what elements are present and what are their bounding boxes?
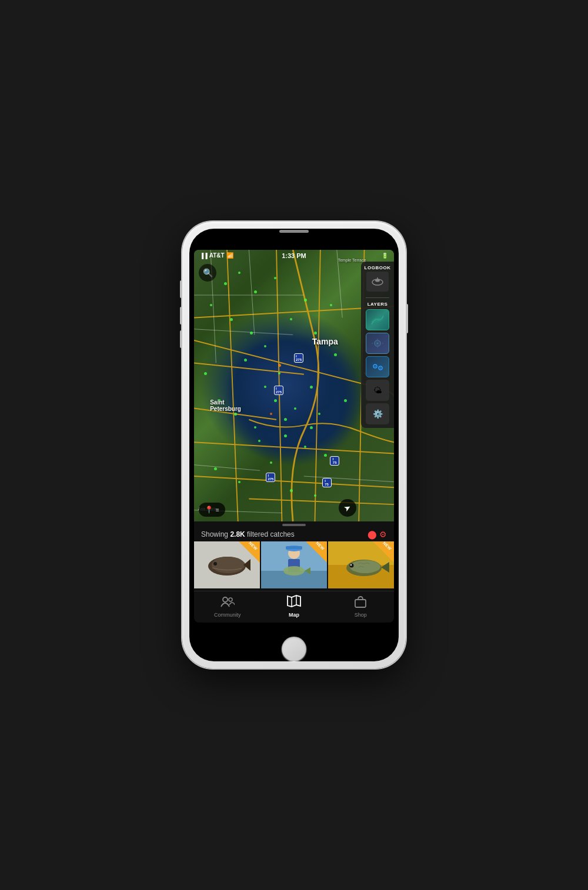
i275-shield-2: I275 (274, 386, 283, 395)
svg-point-45 (223, 597, 228, 602)
search-icon: 🔍 (203, 268, 213, 277)
svg-point-43 (350, 564, 354, 568)
filter-suffix: filtered catches (247, 530, 295, 538)
community-label: Community (214, 612, 241, 618)
panel-divider (366, 297, 389, 298)
map-icon (287, 595, 301, 611)
svg-point-44 (350, 564, 352, 566)
svg-point-42 (350, 560, 380, 573)
logbook-icon (366, 272, 389, 292)
status-time: 1:33 PM (282, 252, 306, 259)
app-screen: ▐▐ AT&T 📶 1:33 PM 🔋 (194, 250, 394, 623)
waypoints-layer-icon (366, 357, 389, 377)
phone-screen: ▐▐ AT&T 📶 1:33 PM 🔋 (189, 229, 399, 661)
filter-text: Showing 2.8K filtered catches (201, 530, 295, 538)
phone-speaker (279, 230, 309, 233)
settings-button[interactable]: ⚙️ (366, 403, 389, 424)
status-right: 🔋 (382, 253, 388, 259)
right-panel: LOGBOOK LAYERS (361, 262, 394, 428)
layer-weather-button[interactable] (366, 333, 389, 354)
layer-waypoints-button[interactable] (366, 356, 389, 377)
logbook-label: LOGBOOK (365, 265, 391, 270)
svg-point-30 (212, 557, 245, 573)
catches-row: NEW (194, 541, 394, 591)
status-left: ▐▐ AT&T 📶 (200, 252, 233, 259)
svg-point-31 (213, 562, 217, 566)
search-button[interactable]: 🔍 (199, 264, 216, 282)
logbook-button[interactable]: LOGBOOK (365, 265, 391, 292)
svg-point-23 (377, 343, 379, 344)
shop-label: Shop (355, 612, 367, 618)
filter-toggle-button[interactable]: ⬤ ⚙ (368, 530, 387, 539)
layer-topo-button[interactable] (366, 309, 389, 330)
carrier-label: AT&T (209, 252, 225, 259)
weather-icon: 🌤 (373, 386, 382, 395)
signal-icon: ▐▐ (200, 253, 208, 259)
svg-point-19 (375, 279, 380, 282)
nav-shop[interactable]: Shop (328, 595, 394, 618)
filter-bar: Showing 2.8K filtered catches ⬤ ⚙ (194, 526, 394, 541)
pin-icon: 📍 (205, 506, 213, 514)
home-button[interactable] (282, 637, 306, 661)
compass-button[interactable]: ➤ (339, 499, 356, 517)
nav-community[interactable]: Community (194, 595, 260, 618)
new-badge-text-1: NEW (248, 541, 258, 551)
new-badge-text-2: NEW (315, 541, 325, 551)
svg-point-38 (283, 566, 305, 576)
status-bar: ▐▐ AT&T 📶 1:33 PM 🔋 (194, 250, 394, 261)
legend-lines-icon: ≡ (216, 507, 219, 513)
legend-button[interactable]: 📍 ≡ (199, 503, 225, 517)
svg-point-25 (375, 366, 376, 367)
i275-shield-1: I275 (294, 353, 303, 363)
settings-icon: ⚙️ (373, 409, 383, 419)
weather-layer-icon (366, 333, 389, 353)
battery-icon: 🔋 (382, 253, 388, 259)
bottom-nav: Community Map (194, 591, 394, 623)
compass-icon: ➤ (342, 502, 353, 514)
phone-frame: ▐▐ AT&T 📶 1:33 PM 🔋 (182, 222, 406, 668)
layers-label: LAYERS (368, 302, 388, 307)
map-container[interactable]: Tampa SaintPetersburg Temple Terrace Ana… (194, 250, 394, 521)
catch-thumb-2[interactable]: NEW (261, 541, 327, 588)
i75-shield-2: I75 (322, 478, 332, 487)
shop-icon (354, 595, 367, 611)
i275-shield-3: I275 (266, 473, 275, 482)
svg-point-27 (380, 367, 381, 369)
i75-shield-1: I75 (330, 456, 339, 466)
new-badge-text-3: NEW (382, 541, 392, 551)
bottom-sheet: Showing 2.8K filtered catches ⬤ ⚙ (194, 521, 394, 591)
svg-rect-49 (355, 600, 366, 607)
nav-map[interactable]: Map (260, 595, 327, 618)
svg-rect-37 (286, 546, 302, 549)
weather-button[interactable]: 🌤 (366, 380, 389, 401)
catch-count: 2.8K (230, 530, 245, 538)
catch-thumb-3[interactable]: NEW (328, 541, 394, 588)
map-label: Map (289, 612, 299, 618)
wifi-icon: 📶 (226, 252, 233, 259)
svg-point-46 (229, 598, 232, 601)
topo-icon (366, 310, 389, 330)
catch-thumb-1[interactable]: NEW (194, 541, 260, 588)
community-icon (220, 595, 235, 611)
